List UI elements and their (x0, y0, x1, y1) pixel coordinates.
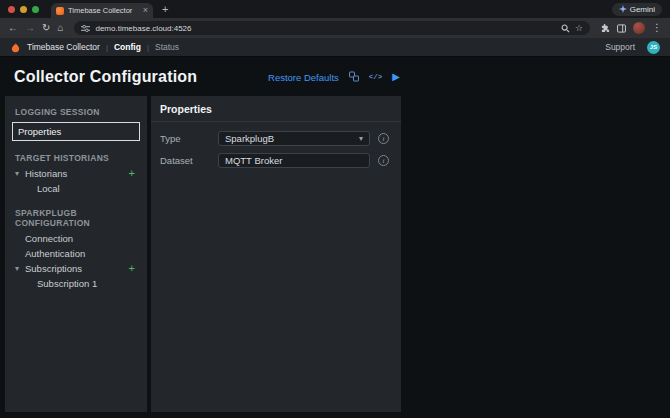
site-info-icon[interactable] (81, 24, 90, 33)
section-title-logging-session: LOGGING SESSION (11, 104, 141, 120)
page-body: Collector Configuration Restore Defaults… (0, 57, 670, 418)
sidebar-item-label: Authentication (25, 248, 85, 259)
nav-status[interactable]: Status (155, 42, 179, 52)
sidebar-item-label: Subscription 1 (37, 278, 97, 289)
section-title-sparkplugb-configuration: SPARKPLUGB CONFIGURATION (11, 205, 141, 231)
app-logo-icon (10, 42, 21, 53)
gemini-label: Gemini (630, 5, 655, 14)
browser-toolbar: ← → ↻ ⌂ demo.timebase.cloud:4526 ☆ ⋮ (0, 18, 670, 38)
sidebar-item-label: Local (37, 183, 60, 194)
sidebar-item-connection[interactable]: Connection (11, 231, 141, 246)
window-controls (8, 6, 39, 13)
sidebar-item-label: Subscriptions (25, 263, 82, 274)
chevron-down-icon: ▾ (359, 134, 363, 143)
properties-panel: Properties Type SparkplugB ▾ i Dataset i (151, 96, 401, 412)
sidebar-item-historians[interactable]: ▾ Historians + (11, 166, 141, 181)
browser-profile-avatar[interactable] (633, 22, 645, 34)
field-row-dataset: Dataset i (160, 153, 392, 168)
header-separator: | (106, 43, 108, 52)
new-tab-button[interactable]: + (162, 4, 168, 15)
section-title-target-historians: TARGET HISTORIANS (11, 150, 141, 166)
page-title: Collector Configuration (14, 68, 197, 86)
chevron-down-icon: ▾ (15, 169, 25, 178)
nav-config[interactable]: Config (114, 42, 141, 52)
browser-tab[interactable]: Timebase Collector × (51, 3, 153, 18)
back-button[interactable]: ← (8, 23, 18, 33)
dataset-input[interactable] (218, 153, 370, 168)
bookmark-star-icon[interactable]: ☆ (575, 24, 583, 33)
sidebar-item-properties[interactable]: Properties (12, 122, 140, 141)
sidebar-item-label: Historians (25, 168, 67, 179)
panel-body: Type SparkplugB ▾ i Dataset i (151, 122, 401, 184)
zoom-icon[interactable] (561, 24, 570, 33)
sidebar-item-subscriptions[interactable]: ▾ Subscriptions + (11, 261, 141, 276)
browser-menu-icon[interactable]: ⋮ (652, 23, 662, 33)
sidebar-item-local[interactable]: Local (11, 181, 141, 196)
close-window-button[interactable] (8, 6, 15, 13)
sidebar-item-authentication[interactable]: Authentication (11, 246, 141, 261)
info-icon[interactable]: i (378, 133, 389, 144)
user-avatar[interactable]: JS (647, 41, 660, 54)
config-sidebar: LOGGING SESSION Properties TARGET HISTOR… (5, 96, 147, 412)
app-header: Timebase Collector | Config | Status Sup… (0, 38, 670, 57)
sidebar-item-subscription-1[interactable]: Subscription 1 (11, 276, 141, 291)
minimize-window-button[interactable] (20, 6, 27, 13)
sidebar-item-label: Connection (25, 233, 73, 244)
restore-defaults-link[interactable]: Restore Defaults (268, 71, 339, 82)
code-icon[interactable]: </> (369, 73, 383, 81)
support-link[interactable]: Support (605, 42, 635, 52)
url-text[interactable]: demo.timebase.cloud:4526 (95, 24, 191, 33)
type-select[interactable]: SparkplugB ▾ (218, 131, 370, 146)
app-brand: Timebase Collector (27, 42, 100, 52)
field-label: Type (160, 133, 210, 144)
home-button[interactable]: ⌂ (57, 23, 63, 33)
add-subscription-button[interactable]: + (129, 264, 137, 273)
header-separator: | (147, 43, 149, 52)
title-actions: Restore Defaults </> ▶ (268, 71, 400, 82)
forward-button[interactable]: → (25, 23, 35, 33)
tab-title: Timebase Collector (68, 6, 139, 15)
run-button[interactable]: ▶ (392, 72, 400, 82)
tab-close-icon[interactable]: × (143, 6, 148, 15)
gemini-button[interactable]: Gemini (612, 3, 662, 16)
field-label: Dataset (160, 155, 210, 166)
content-area: LOGGING SESSION Properties TARGET HISTOR… (5, 96, 670, 412)
reload-button[interactable]: ↻ (42, 23, 50, 33)
side-panel-icon[interactable] (617, 24, 626, 33)
gemini-sparkle-icon (619, 5, 627, 13)
maximize-window-button[interactable] (32, 6, 39, 13)
url-bar[interactable]: demo.timebase.cloud:4526 ☆ (74, 21, 590, 35)
extensions-icon[interactable] (601, 24, 610, 33)
site-favicon-icon (56, 7, 64, 15)
field-row-type: Type SparkplugB ▾ i (160, 131, 392, 146)
chevron-down-icon: ▾ (15, 264, 25, 273)
tab-strip: Timebase Collector × + Gemini (0, 0, 670, 18)
copy-icon[interactable] (349, 72, 359, 82)
title-row: Collector Configuration Restore Defaults… (0, 57, 670, 96)
info-icon[interactable]: i (378, 155, 389, 166)
panel-title: Properties (151, 96, 401, 122)
add-historian-button[interactable]: + (129, 169, 137, 178)
type-select-value: SparkplugB (225, 133, 274, 144)
